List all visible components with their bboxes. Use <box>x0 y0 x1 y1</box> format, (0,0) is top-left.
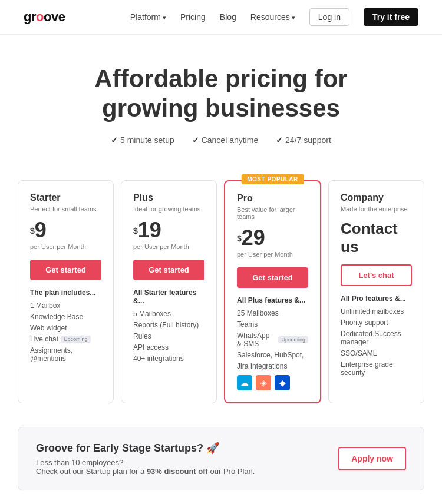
list-item: Assignments, @mentions <box>30 346 101 363</box>
nav-pricing[interactable]: Pricing <box>180 12 206 22</box>
popular-badge: MOST POPULAR <box>241 174 304 184</box>
login-button[interactable]: Log in <box>309 8 349 26</box>
plus-amount: 19 <box>138 218 161 242</box>
nav-links: Platform Pricing Blog Resources Log in T… <box>130 8 418 26</box>
list-item: Live chat Upcoming <box>30 335 101 343</box>
hero-features: 5 minute setup Cancel anytime 24/7 suppo… <box>24 135 418 145</box>
startup-banner: Groove for Early Stage Startups? 🚀 Less … <box>18 427 424 490</box>
list-item: SSO/SAML <box>341 349 412 357</box>
startup-line2-after: our Pro Plan. <box>208 467 255 476</box>
navbar: groove Platform Pricing Blog Resources L… <box>0 0 442 35</box>
contact-us-label: Contact us <box>341 220 412 256</box>
pro-price: $29 per User per Month <box>237 227 308 259</box>
salesforce-icon: ☁ <box>237 375 252 390</box>
hero-section: Affordable pricing for growing businesse… <box>0 35 442 163</box>
pro-per: per User per Month <box>237 251 293 258</box>
pricing-cards-row: Starter Perfect for small teams $9 per U… <box>18 180 424 403</box>
plus-features-list: 5 Mailboxes Reports (Full history) Rules… <box>133 310 204 363</box>
list-item: Enterprise grade security <box>341 360 412 377</box>
pro-amount: 29 <box>242 226 265 250</box>
list-item: 5 Mailboxes <box>133 310 204 318</box>
nav-resources[interactable]: Resources <box>250 12 295 22</box>
list-item: Teams <box>237 320 308 329</box>
starter-name: Starter <box>30 193 101 203</box>
list-item: 1 Mailbox <box>30 301 101 310</box>
pro-desc: Best value for larger teams <box>237 206 308 220</box>
pro-cta-button[interactable]: Get started <box>237 267 308 288</box>
pro-features-list: 25 Mailboxes Teams WhatsApp & SMS Upcomi… <box>237 309 308 370</box>
starter-cta-button[interactable]: Get started <box>30 260 101 280</box>
list-item: Dedicated Success manager <box>341 330 412 346</box>
starter-price: $9 per User per Month <box>30 220 101 251</box>
list-item: Salesforce, HubSpot, <box>237 351 308 359</box>
plus-cta-button[interactable]: Get started <box>133 260 204 280</box>
list-item: Jira Integrations <box>237 362 308 370</box>
list-item: 40+ integrations <box>133 354 204 363</box>
list-item: Web widget <box>30 324 101 332</box>
list-item: Knowledge Base <box>30 313 101 321</box>
card-starter: Starter Perfect for small teams $9 per U… <box>18 180 114 403</box>
feature-support: 24/7 support <box>276 135 331 145</box>
list-item: Reports (Full history) <box>133 321 204 329</box>
starter-amount: 9 <box>35 218 47 242</box>
list-item: Rules <box>133 332 204 340</box>
company-name: Company <box>341 193 412 203</box>
pro-name: Pro <box>237 193 308 204</box>
pro-dollar: $ <box>237 233 242 243</box>
upcoming-badge: Upcoming <box>61 336 91 343</box>
card-pro: MOST POPULAR Pro Best value for larger t… <box>224 180 321 403</box>
company-features-list: Unlimited mailboxes Priority support Ded… <box>341 307 412 377</box>
integration-icons: ☁ ◈ ◆ <box>237 375 308 390</box>
company-contact: Contact us <box>341 220 412 256</box>
nav-blog[interactable]: Blog <box>220 12 236 22</box>
apply-now-button[interactable]: Apply now <box>338 447 406 470</box>
plus-name: Plus <box>133 193 204 203</box>
list-item: API access <box>133 343 204 352</box>
pricing-section: Starter Perfect for small teams $9 per U… <box>0 163 442 415</box>
starter-desc: Perfect for small teams <box>30 205 101 213</box>
startup-line2-before: Check out our Startup plan for a <box>36 467 147 476</box>
plus-price: $19 per User per Month <box>133 220 204 251</box>
starter-per: per User per Month <box>30 243 86 250</box>
list-item: Priority support <box>341 319 412 327</box>
feature-setup: 5 minute setup <box>111 135 174 145</box>
jira-icon: ◆ <box>275 375 290 390</box>
startup-text: Groove for Early Stage Startups? 🚀 Less … <box>36 442 255 476</box>
hubspot-icon: ◈ <box>256 375 271 390</box>
try-free-button[interactable]: Try it free <box>364 8 418 26</box>
upcoming-badge: Upcoming <box>278 336 308 343</box>
starter-features-list: 1 Mailbox Knowledge Base Web widget Live… <box>30 301 101 363</box>
company-cta-button[interactable]: Let's chat <box>341 264 412 286</box>
plus-dollar: $ <box>133 226 138 235</box>
starter-dollar: $ <box>30 226 35 235</box>
startup-discount: 93% discount off <box>147 467 208 476</box>
company-desc: Made for the enterprise <box>341 205 412 213</box>
startup-line1: Less than 10 employees? <box>36 458 255 467</box>
list-item: WhatsApp & SMS Upcoming <box>237 331 308 348</box>
list-item: Unlimited mailboxes <box>341 307 412 316</box>
nav-platform[interactable]: Platform <box>130 12 166 22</box>
startup-line2: Check out our Startup plan for a 93% dis… <box>36 467 255 476</box>
plus-desc: Ideal for growing teams <box>133 205 204 213</box>
company-features-label: All Pro features &... <box>341 294 412 303</box>
plus-per: per User per Month <box>133 243 189 250</box>
starter-features-label: The plan includes... <box>30 289 101 297</box>
list-item: 25 Mailboxes <box>237 309 308 317</box>
card-company: Company Made for the enterprise Contact … <box>328 180 424 403</box>
hero-title: Affordable pricing for growing businesse… <box>74 64 368 124</box>
logo: groove <box>24 9 65 25</box>
plus-features-label: All Starter features &... <box>133 289 204 305</box>
pro-features-label: All Plus features &... <box>237 296 308 304</box>
feature-cancel: Cancel anytime <box>192 135 258 145</box>
card-plus: Plus Ideal for growing teams $19 per Use… <box>121 180 217 403</box>
startup-title: Groove for Early Stage Startups? 🚀 <box>36 442 255 455</box>
